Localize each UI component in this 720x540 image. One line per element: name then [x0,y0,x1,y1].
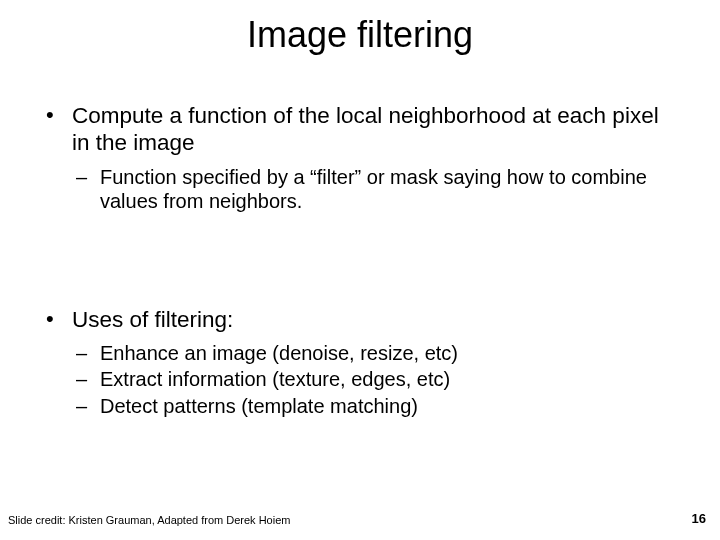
bullet-list: Uses of filtering: Enhance an image (den… [40,306,680,419]
page-number: 16 [692,511,706,526]
sub-bullet-text: Extract information (texture, edges, etc… [100,368,450,390]
sub-bullet-item: Extract information (texture, edges, etc… [72,367,680,391]
bullet-text: Compute a function of the local neighbor… [72,103,659,155]
sub-bullet-text: Enhance an image (denoise, resize, etc) [100,342,458,364]
slide-title: Image filtering [0,0,720,66]
bullet-text: Uses of filtering: [72,307,233,332]
slide: Image filtering Compute a function of th… [0,0,720,540]
slide-credit: Slide credit: Kristen Grauman, Adapted f… [8,514,290,526]
sub-bullet-text: Detect patterns (template matching) [100,395,418,417]
bullet-item: Compute a function of the local neighbor… [40,102,680,214]
spacer [40,236,680,270]
sub-bullet-list: Function specified by a “filter” or mask… [72,165,680,214]
sub-bullet-item: Enhance an image (denoise, resize, etc) [72,341,680,365]
sub-bullet-text: Function specified by a “filter” or mask… [100,166,647,212]
bullet-list: Compute a function of the local neighbor… [40,102,680,214]
bullet-item: Uses of filtering: Enhance an image (den… [40,306,680,419]
sub-bullet-item: Function specified by a “filter” or mask… [72,165,680,214]
sub-bullet-list: Enhance an image (denoise, resize, etc) … [72,341,680,418]
sub-bullet-item: Detect patterns (template matching) [72,394,680,418]
slide-body: Compute a function of the local neighbor… [0,102,720,418]
